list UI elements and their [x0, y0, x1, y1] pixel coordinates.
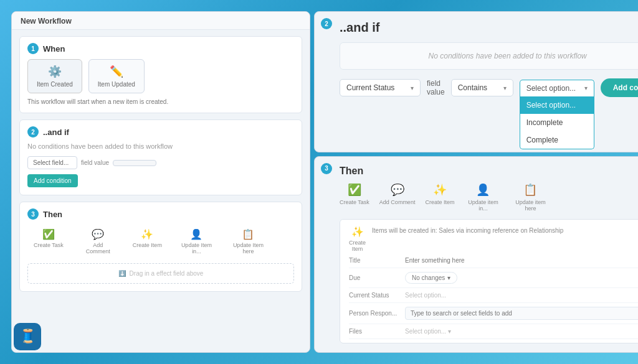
create-item-form-label: CreateItem — [349, 240, 366, 252]
current-status-dropdown[interactable]: Current Status ▾ — [340, 79, 421, 96]
then-section-left: 3 Then ✅ Create Task 💬 Add Comment ✨ Cre… — [19, 202, 302, 292]
then-step-badge-left: 3 — [27, 208, 39, 220]
form-row-title: Title — [349, 257, 638, 268]
then-add-comment-left[interactable]: 💬 Add Comment — [75, 225, 121, 258]
item-updated-label: Item Updated — [98, 81, 135, 88]
when-section: 1 When ⚙️ Item Created ✏️ Item Updated T… — [19, 36, 302, 113]
then-update-item-in-left[interactable]: 👤 Update Item in... — [173, 225, 220, 258]
then-options-left: ✅ Create Task 💬 Add Comment ✨ Create Ite… — [27, 225, 294, 258]
then-header-left: 3 Then — [27, 208, 294, 220]
option-incomplete[interactable]: Incomplete — [520, 114, 594, 131]
and-if-title-left: ..and if — [43, 128, 69, 137]
update-item-here-icon-right: 📋 — [523, 183, 537, 197]
select-option-wrapper: Select option... ▾ Select option... Inco… — [520, 80, 594, 96]
item-created-option[interactable]: ⚙️ Item Created — [27, 59, 82, 93]
item-created-label: Item Created — [37, 81, 73, 88]
form-label-title: Title — [349, 257, 399, 264]
right-bottom-badge-area: 3 — [315, 157, 337, 352]
create-item-info: Items will be created in: Sales via inco… — [372, 226, 638, 235]
form-select-due-arrow-icon: ▾ — [447, 274, 450, 281]
no-conditions-left: No conditions have been added to this wo… — [27, 142, 294, 150]
create-task-icon-left: ✅ — [42, 228, 55, 240]
add-comment-icon-right: 💬 — [391, 183, 404, 197]
add-condition-btn-right[interactable]: Add condition — [601, 78, 638, 97]
create-task-label-left: Create Task — [34, 242, 64, 248]
form-label-person: Person Respon... — [349, 310, 399, 317]
condition-row-left: Select field... field value — [27, 156, 294, 169]
form-row-files: Files Select option... ▾ — [349, 328, 638, 339]
select-option-arrow-icon: ▾ — [584, 85, 588, 91]
right-bottom-panel: 3 Then ✅ Create Task 💬 Add Comment ✨ Cre… — [314, 156, 638, 353]
drag-text-left: Drag in a effect field above — [130, 270, 204, 277]
item-updated-option[interactable]: ✏️ Item Updated — [88, 59, 145, 93]
create-item-info-text: Items will be created in: Sales via inco… — [372, 227, 563, 234]
main-container: New Workflow 1 When ⚙️ Item Created ✏️ I… — [11, 11, 627, 353]
form-select-status[interactable]: Select option... — [405, 292, 446, 299]
add-condition-btn-left[interactable]: Add condition — [27, 174, 78, 187]
option-complete[interactable]: Complete — [520, 131, 594, 149]
contains-dropdown[interactable]: Contains ▾ — [451, 79, 513, 96]
update-item-here-icon-left: 📋 — [242, 228, 254, 240]
select-option-value: Select option... — [526, 84, 576, 93]
form-label-due: Due — [349, 274, 399, 281]
update-item-in-icon-left: 👤 — [190, 228, 202, 240]
update-item-in-label-left: Update Item in... — [179, 242, 214, 254]
workflow-title: New Workflow — [12, 12, 310, 30]
then-update-item-in-right[interactable]: 👤 Update item in... — [464, 183, 502, 212]
right-panels: 2 ..and if No conditions have been added… — [314, 11, 638, 353]
form-select-due-value: No changes — [412, 274, 445, 281]
right-bottom-step-badge: 3 — [321, 163, 332, 174]
form-select-files[interactable]: Select option... ▾ — [405, 328, 451, 335]
form-row-due: Due No changes ▾ — [349, 272, 638, 288]
and-if-title-right: ..and if — [340, 21, 638, 35]
field-value-text-right: field value — [427, 79, 445, 96]
no-conditions-right: No conditions have been added to this wo… — [340, 42, 638, 70]
create-item-icon-left: ✨ — [141, 228, 153, 240]
select-field-left[interactable]: Select field... — [27, 156, 77, 169]
form-row-person: Person Respon... — [349, 307, 638, 324]
form-row-status: Current Status Select option... — [349, 292, 638, 303]
left-panel: New Workflow 1 When ⚙️ Item Created ✏️ I… — [11, 11, 310, 353]
current-status-label: Current Status — [346, 83, 394, 92]
item-updated-icon: ✏️ — [110, 65, 123, 78]
and-if-header-left: 2 ..and if — [27, 126, 294, 138]
add-comment-icon-left: 💬 — [92, 228, 104, 240]
create-item-icon-area: ✨ CreateItem — [349, 226, 366, 252]
create-task-icon-right: ✅ — [348, 183, 361, 197]
when-title: When — [43, 44, 65, 54]
then-title-left: Then — [43, 210, 62, 219]
create-item-form: ✨ CreateItem Items will be created in: S… — [340, 219, 638, 343]
form-search-person[interactable] — [405, 307, 638, 320]
then-create-task-left[interactable]: ✅ Create Task — [27, 225, 70, 258]
option-select-option[interactable]: Select option... — [520, 96, 594, 114]
then-update-item-here-right[interactable]: 📋 Update item here — [512, 183, 549, 212]
then-create-item-left[interactable]: ✨ Create Item — [126, 225, 168, 258]
create-item-label-left: Create Item — [133, 242, 162, 248]
when-step-badge: 1 — [27, 43, 39, 54]
update-item-in-label-right: Update item in... — [464, 199, 502, 212]
create-task-label-right: Create Task — [340, 199, 369, 205]
right-top-content: ..and if No conditions have been added t… — [337, 12, 638, 152]
and-if-section-left: 2 ..and if No conditions have been added… — [19, 119, 302, 195]
form-select-files-arrow-icon: ▾ — [448, 328, 451, 335]
then-add-comment-right[interactable]: 💬 Add Comment — [379, 183, 416, 212]
condition-value-left[interactable] — [113, 160, 156, 166]
right-top-panel: 2 ..and if No conditions have been added… — [314, 11, 638, 152]
select-option-trigger[interactable]: Select option... ▾ — [520, 80, 594, 96]
create-item-label-right: Create Item — [425, 199, 454, 205]
when-options: ⚙️ Item Created ✏️ Item Updated — [27, 59, 294, 93]
form-input-title[interactable] — [405, 257, 638, 264]
app-logo: 🧵 — [14, 323, 41, 350]
create-item-form-icon: ✨ — [351, 226, 364, 238]
update-item-here-label-left: Update Item here — [231, 242, 265, 254]
form-label-files: Files — [349, 328, 399, 335]
condition-builder-row: Current Status ▾ field value Contains ▾ … — [340, 78, 638, 97]
then-create-task-right[interactable]: ✅ Create Task — [340, 183, 369, 212]
right-bottom-content: Then ✅ Create Task 💬 Add Comment ✨ Creat… — [337, 157, 638, 352]
then-create-item-right[interactable]: ✨ Create Item — [425, 183, 454, 212]
logo-icon-symbol: 🧵 — [19, 329, 36, 345]
drag-area-left: ⬇️ Drag in a effect field above — [27, 263, 294, 284]
form-select-due[interactable]: No changes ▾ — [405, 272, 457, 284]
current-status-arrow-icon: ▾ — [411, 85, 414, 91]
then-update-item-here-left[interactable]: 📋 Update Item here — [225, 225, 272, 258]
